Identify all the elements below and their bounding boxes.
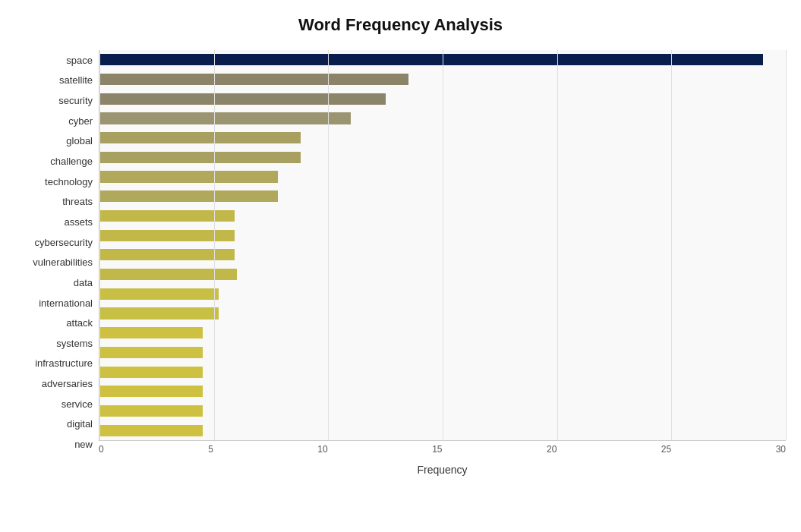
y-label: adversaries	[42, 379, 93, 389]
y-label: international	[39, 298, 93, 308]
bar-technology	[99, 171, 278, 182]
bar-row	[99, 70, 786, 90]
y-label: satellite	[59, 75, 93, 85]
bar-cybersecurity	[99, 230, 235, 241]
y-label: cyber	[68, 116, 93, 126]
y-label: cybersecurity	[34, 238, 93, 247]
plot-area: 051015202530 Frequency	[99, 50, 786, 476]
grid-line	[786, 50, 787, 440]
bar-service	[99, 386, 203, 397]
bar-vulnerabilities	[99, 249, 235, 260]
bar-space	[99, 54, 763, 65]
chart-container: Word Frequency Analysis spacesatellitese…	[0, 0, 801, 532]
bar-row	[99, 265, 786, 285]
bar-row	[99, 148, 786, 168]
bars-container	[99, 50, 786, 441]
bar-assets	[99, 210, 235, 222]
y-label: technology	[45, 177, 93, 187]
bar-row	[99, 225, 786, 245]
y-label: threats	[62, 197, 93, 206]
bar-digital	[99, 405, 203, 417]
y-label: new	[74, 439, 93, 449]
bar-adversaries	[99, 367, 203, 378]
bar-global	[99, 132, 301, 143]
x-tick: 10	[317, 444, 327, 462]
bar-threats	[99, 190, 278, 202]
bar-row	[99, 323, 786, 343]
x-tick: 0	[99, 444, 104, 462]
y-label: systems	[56, 338, 93, 348]
bar-row	[99, 206, 786, 226]
bar-new	[99, 425, 203, 436]
bar-infrastructure	[99, 347, 203, 358]
bar-attack	[99, 307, 219, 319]
bar-row	[99, 50, 786, 70]
bar-security	[99, 93, 386, 105]
bar-data	[99, 269, 237, 280]
y-label: infrastructure	[35, 358, 93, 368]
bar-row	[99, 362, 786, 382]
bar-row	[99, 304, 786, 323]
chart-title: Word Frequency Analysis	[15, 15, 786, 35]
x-tick: 25	[661, 444, 671, 462]
bar-row	[99, 343, 786, 363]
bar-row	[99, 128, 786, 148]
y-label: vulnerabilities	[33, 257, 93, 267]
x-tick: 20	[547, 444, 557, 462]
y-label: service	[61, 399, 93, 409]
x-axis-label: Frequency	[99, 464, 786, 476]
x-axis: 051015202530	[99, 441, 786, 462]
bar-row	[99, 245, 786, 265]
y-label: challenge	[50, 156, 93, 166]
y-label: assets	[64, 217, 93, 227]
y-label: space	[66, 55, 93, 65]
bar-row	[99, 382, 786, 401]
bar-systems	[99, 327, 203, 338]
bar-row	[99, 109, 786, 128]
bar-row	[99, 167, 786, 187]
y-label: digital	[67, 419, 93, 429]
x-tick: 15	[432, 444, 442, 462]
bar-challenge	[99, 152, 301, 163]
y-label: security	[58, 96, 93, 105]
y-axis-labels: spacesatellitesecuritycyberglobalchallen…	[15, 50, 99, 476]
x-tick: 5	[208, 444, 213, 462]
bar-international	[99, 288, 219, 300]
y-label: attack	[66, 318, 93, 328]
bar-row	[99, 187, 786, 206]
y-label: data	[74, 278, 93, 288]
bar-row	[99, 89, 786, 109]
y-label: global	[66, 136, 93, 146]
x-tick: 30	[776, 444, 786, 462]
chart-area: spacesatellitesecuritycyberglobalchallen…	[15, 50, 786, 476]
bar-cyber	[99, 112, 351, 124]
bar-row	[99, 420, 786, 440]
bar-row	[99, 401, 786, 421]
bar-row	[99, 284, 786, 304]
bar-satellite	[99, 74, 408, 85]
